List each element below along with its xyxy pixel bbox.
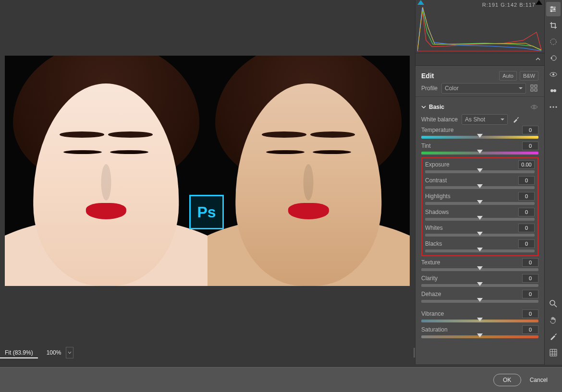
zoom-dropdown[interactable]	[66, 347, 73, 358]
svg-rect-2	[531, 89, 533, 91]
temperature-slider[interactable]	[421, 136, 538, 139]
more-icon[interactable]	[546, 100, 561, 114]
highlights-input[interactable]	[518, 192, 535, 201]
ok-button[interactable]: OK	[493, 374, 521, 386]
image-preview[interactable]	[5, 56, 410, 286]
basic-title: Basic	[429, 104, 444, 110]
photoshop-logo: Ps	[189, 195, 224, 229]
contrast-label: Contrast	[425, 177, 447, 184]
before-image	[5, 56, 208, 286]
zoom-fit[interactable]: Fit (83.9%)	[0, 347, 38, 358]
svg-point-17	[550, 300, 555, 305]
svg-point-7	[550, 10, 552, 12]
svg-point-13	[553, 89, 556, 92]
crop-tool-icon[interactable]	[546, 18, 561, 33]
blacks-input[interactable]	[518, 239, 535, 248]
saturation-input[interactable]	[522, 325, 538, 334]
vibrance-input[interactable]	[522, 309, 538, 318]
after-image	[208, 56, 410, 286]
texture-label: Texture	[421, 259, 440, 266]
svg-point-4	[533, 106, 535, 108]
temperature-label: Temperature	[421, 127, 453, 133]
exposure-input[interactable]	[518, 160, 535, 169]
svg-point-11	[552, 73, 554, 75]
blacks-label: Blacks	[425, 240, 442, 247]
dialog-buttons: OK Cancel	[0, 367, 562, 392]
shadows-input[interactable]	[518, 208, 535, 216]
shadow-clip-indicator[interactable]	[417, 0, 424, 5]
svg-rect-1	[535, 85, 537, 87]
grid-tool-icon[interactable]	[546, 345, 561, 360]
texture-input[interactable]	[522, 258, 538, 267]
hand-tool-icon[interactable]	[546, 313, 561, 327]
svg-point-6	[553, 8, 555, 10]
svg-point-12	[550, 89, 553, 92]
auto-button[interactable]: Auto	[499, 71, 517, 81]
clarity-label: Clarity	[421, 275, 438, 282]
blacks-slider[interactable]	[425, 249, 535, 252]
contrast-slider[interactable]	[425, 186, 535, 189]
shadows-label: Shadows	[425, 209, 449, 215]
redeye-tool-icon[interactable]	[546, 67, 561, 82]
highlights-label: Highlights	[425, 193, 451, 200]
visibility-icon[interactable]	[530, 103, 538, 111]
eyedropper-icon[interactable]	[512, 115, 520, 124]
profile-browser-icon[interactable]	[530, 84, 538, 93]
dehaze-label: Dehaze	[421, 291, 441, 297]
mask-tool-icon[interactable]	[546, 51, 561, 65]
contrast-input[interactable]	[518, 176, 535, 185]
svg-point-14	[550, 106, 551, 107]
zoom-100[interactable]: 100%	[42, 347, 66, 358]
exposure-label: Exposure	[425, 161, 450, 168]
temperature-input[interactable]	[522, 126, 538, 134]
dehaze-input[interactable]	[522, 290, 538, 298]
histogram-graph	[417, 6, 541, 51]
highlight-clip-indicator[interactable]	[536, 0, 542, 5]
svg-rect-0	[531, 85, 533, 87]
tint-slider[interactable]	[421, 152, 538, 154]
clarity-input[interactable]	[522, 274, 538, 283]
chevron-up-icon[interactable]	[535, 56, 541, 62]
white-balance-label: White balance	[421, 116, 458, 123]
edit-title: Edit	[421, 72, 434, 80]
dehaze-slider[interactable]	[421, 300, 538, 303]
shadows-slider[interactable]	[425, 218, 535, 221]
white-balance-select[interactable]: As Shot	[462, 114, 508, 125]
sampler-tool-icon[interactable]	[546, 329, 561, 344]
edit-panel: R:191 G:142 B:117 Edit Auto B&W Profi	[415, 0, 544, 365]
svg-point-5	[551, 6, 553, 8]
profile-select[interactable]: Color	[441, 83, 526, 94]
saturation-label: Saturation	[421, 326, 448, 333]
whites-input[interactable]	[518, 224, 535, 232]
cancel-button[interactable]: Cancel	[530, 377, 548, 383]
svg-point-15	[552, 106, 554, 107]
edit-tool-icon[interactable]	[546, 2, 561, 16]
presets-icon[interactable]	[546, 83, 561, 98]
zoom-tool-icon[interactable]	[546, 297, 561, 311]
tint-label: Tint	[421, 143, 431, 149]
highlights-slider[interactable]	[425, 202, 535, 205]
tone-sliders-highlighted: Exposure Contrast Highlights	[421, 157, 538, 256]
svg-rect-3	[535, 89, 537, 91]
svg-point-8	[550, 39, 556, 45]
exposure-slider[interactable]	[425, 170, 535, 173]
chevron-down-icon[interactable]	[421, 105, 426, 109]
panel-options-strip	[415, 53, 544, 66]
saturation-slider[interactable]	[421, 335, 538, 338]
vibrance-slider[interactable]	[421, 320, 538, 322]
whites-slider[interactable]	[425, 234, 535, 237]
camera-raw-window: Ps Fit (83.9%) 100% R:191 G:142 B:117	[0, 0, 562, 392]
texture-slider[interactable]	[421, 268, 538, 271]
svg-point-16	[555, 106, 557, 107]
heal-tool-icon[interactable]	[546, 35, 561, 49]
histogram[interactable]: R:191 G:142 B:117	[415, 0, 544, 53]
tool-strip	[544, 0, 562, 365]
clarity-slider[interactable]	[421, 284, 538, 287]
profile-label: Profile	[421, 85, 438, 92]
bw-button[interactable]: B&W	[520, 71, 538, 81]
whites-label: Whites	[425, 225, 443, 231]
vibrance-label: Vibrance	[421, 310, 444, 317]
tint-input[interactable]	[522, 142, 538, 150]
